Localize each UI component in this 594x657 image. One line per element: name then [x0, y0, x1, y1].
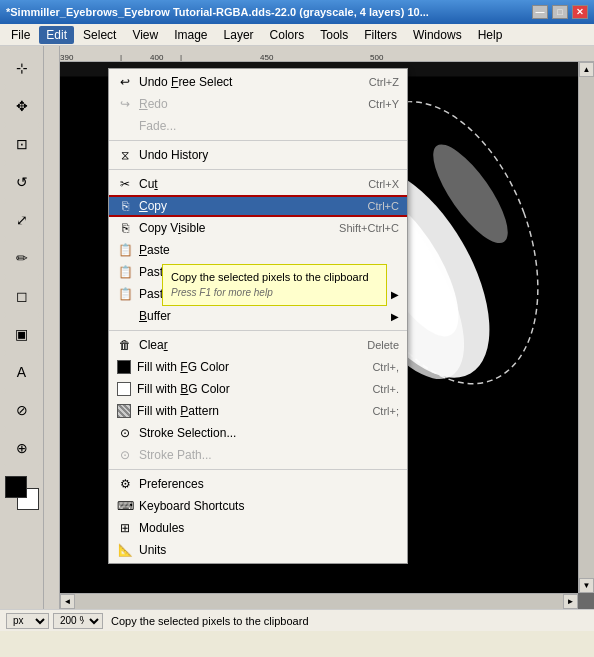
- tool-paint[interactable]: ✏: [4, 240, 40, 276]
- tooltip-main: Copy the selected pixels to the clipboar…: [171, 269, 378, 285]
- tool-eyedropper[interactable]: ⊘: [4, 392, 40, 428]
- undo-history-label: Undo History: [139, 148, 399, 162]
- buffer-arrow: ▶: [391, 311, 399, 322]
- tool-scale[interactable]: ⤢: [4, 202, 40, 238]
- menu-item-copy[interactable]: ⎘ Copy Ctrl+C: [109, 195, 407, 217]
- menu-bar: File Edit Select View Image Layer Colors…: [0, 24, 594, 46]
- window-title: *Simmiller_Eyebrows_Eyebrow Tutorial-RGB…: [6, 6, 429, 18]
- menu-item-paste[interactable]: 📋 Paste: [109, 239, 407, 261]
- scrollbar-right[interactable]: ▲ ▼: [578, 62, 594, 593]
- tool-rotate[interactable]: ↺: [4, 164, 40, 200]
- fade-icon: [117, 118, 133, 134]
- tool-eraser[interactable]: ◻: [4, 278, 40, 314]
- toolbox: ⊹ ✥ ⊡ ↺ ⤢ ✏ ◻ ▣ A ⊘ ⊕: [0, 46, 44, 609]
- scroll-left-button[interactable]: ◄: [60, 594, 75, 609]
- menu-help[interactable]: Help: [471, 26, 510, 44]
- fill-fg-shortcut: Ctrl+,: [372, 361, 399, 373]
- prefs-icon: ⚙: [117, 476, 133, 492]
- status-message: Copy the selected pixels to the clipboar…: [111, 615, 309, 627]
- clear-label: Clear: [139, 338, 361, 352]
- menu-item-clear[interactable]: 🗑 Clear Delete: [109, 334, 407, 356]
- menu-item-modules[interactable]: ⊞ Modules: [109, 517, 407, 539]
- menu-filters[interactable]: Filters: [357, 26, 404, 44]
- tool-text[interactable]: A: [4, 354, 40, 390]
- menu-view[interactable]: View: [125, 26, 165, 44]
- cut-label: Cut: [139, 177, 362, 191]
- tooltip-help: Press F1 for more help: [171, 285, 378, 301]
- fill-fg-icon: [117, 360, 131, 374]
- units-icon: 📐: [117, 542, 133, 558]
- copy-visible-label: Copy Visible: [139, 221, 333, 235]
- menu-item-fade: Fade...: [109, 115, 407, 137]
- menu-item-stroke-sel[interactable]: ⊙ Stroke Selection...: [109, 422, 407, 444]
- menu-image[interactable]: Image: [167, 26, 214, 44]
- menu-item-buffer[interactable]: Buffer ▶: [109, 305, 407, 327]
- unit-select[interactable]: px mm in: [6, 613, 49, 629]
- menu-layer[interactable]: Layer: [217, 26, 261, 44]
- menu-item-fill-bg[interactable]: Fill with BG Color Ctrl+.: [109, 378, 407, 400]
- stroke-path-icon: ⊙: [117, 447, 133, 463]
- menu-item-prefs[interactable]: ⚙ Preferences: [109, 473, 407, 495]
- prefs-label: Preferences: [139, 477, 399, 491]
- scroll-down-button[interactable]: ▼: [579, 578, 594, 593]
- stroke-sel-label: Stroke Selection...: [139, 426, 399, 440]
- cut-icon: ✂: [117, 176, 133, 192]
- ruler-marks-top: 390 | 400 | 450 500: [60, 46, 594, 62]
- menu-edit[interactable]: Edit: [39, 26, 74, 44]
- minimize-button[interactable]: —: [532, 5, 548, 19]
- menu-select[interactable]: Select: [76, 26, 123, 44]
- ruler-left: [44, 46, 60, 609]
- stroke-sel-icon: ⊙: [117, 425, 133, 441]
- fill-bg-icon: [117, 382, 131, 396]
- scroll-track-vertical[interactable]: [579, 77, 594, 578]
- tool-crop[interactable]: ⊡: [4, 126, 40, 162]
- menu-tools[interactable]: Tools: [313, 26, 355, 44]
- zoom-select[interactable]: 200 % 100 % 50 %: [53, 613, 103, 629]
- kbd-label: Keyboard Shortcuts: [139, 499, 399, 513]
- separator-2: [109, 169, 407, 170]
- fill-pattern-icon: [117, 404, 131, 418]
- tool-zoom[interactable]: ⊕: [4, 430, 40, 466]
- menu-file[interactable]: File: [4, 26, 37, 44]
- menu-item-fill-pattern[interactable]: Fill with Pattern Ctrl+;: [109, 400, 407, 422]
- modules-label: Modules: [139, 521, 399, 535]
- scroll-track-horizontal[interactable]: [75, 594, 563, 609]
- menu-item-copy-visible[interactable]: ⎘ Copy Visible Shift+Ctrl+C: [109, 217, 407, 239]
- menu-item-units[interactable]: 📐 Units: [109, 539, 407, 561]
- menu-item-undo-history[interactable]: ⧖ Undo History: [109, 144, 407, 166]
- kbd-icon: ⌨: [117, 498, 133, 514]
- scroll-right-button[interactable]: ►: [563, 594, 578, 609]
- copy-visible-icon: ⎘: [117, 220, 133, 236]
- menu-colors[interactable]: Colors: [263, 26, 312, 44]
- redo-label: Redo: [139, 97, 362, 111]
- modules-icon: ⊞: [117, 520, 133, 536]
- menu-item-fill-fg[interactable]: Fill with FG Color Ctrl+,: [109, 356, 407, 378]
- paste-into-icon: 📋: [117, 264, 133, 280]
- canvas-area: 390 | 400 | 450 500: [44, 46, 594, 609]
- copy-visible-shortcut: Shift+Ctrl+C: [339, 222, 399, 234]
- undo-label: Undo Free Select: [139, 75, 363, 89]
- fade-label: Fade...: [139, 119, 399, 133]
- edit-menu-dropdown: ↩ Undo Free Select Ctrl+Z ↪ Redo Ctrl+Y …: [108, 68, 408, 564]
- fill-fg-label: Fill with FG Color: [137, 360, 366, 374]
- window-controls: — □ ✕: [532, 5, 588, 19]
- menu-item-cut[interactable]: ✂ Cut Ctrl+X: [109, 173, 407, 195]
- scrollbar-bottom[interactable]: ◄ ►: [60, 593, 578, 609]
- tooltip-box: Copy the selected pixels to the clipboar…: [162, 264, 387, 306]
- buffer-icon: [117, 308, 133, 324]
- copy-label: Copy: [139, 199, 362, 213]
- redo-icon: ↪: [117, 96, 133, 112]
- separator-3: [109, 330, 407, 331]
- scroll-up-button[interactable]: ▲: [579, 62, 594, 77]
- close-button[interactable]: ✕: [572, 5, 588, 19]
- menu-windows[interactable]: Windows: [406, 26, 469, 44]
- menu-item-kbd[interactable]: ⌨ Keyboard Shortcuts: [109, 495, 407, 517]
- undo-shortcut: Ctrl+Z: [369, 76, 399, 88]
- clear-shortcut: Delete: [367, 339, 399, 351]
- menu-item-undo[interactable]: ↩ Undo Free Select Ctrl+Z: [109, 71, 407, 93]
- tool-fill[interactable]: ▣: [4, 316, 40, 352]
- tool-lasso[interactable]: ⊹: [4, 50, 40, 86]
- paste-as-icon: 📋: [117, 286, 133, 302]
- maximize-button[interactable]: □: [552, 5, 568, 19]
- tool-move[interactable]: ✥: [4, 88, 40, 124]
